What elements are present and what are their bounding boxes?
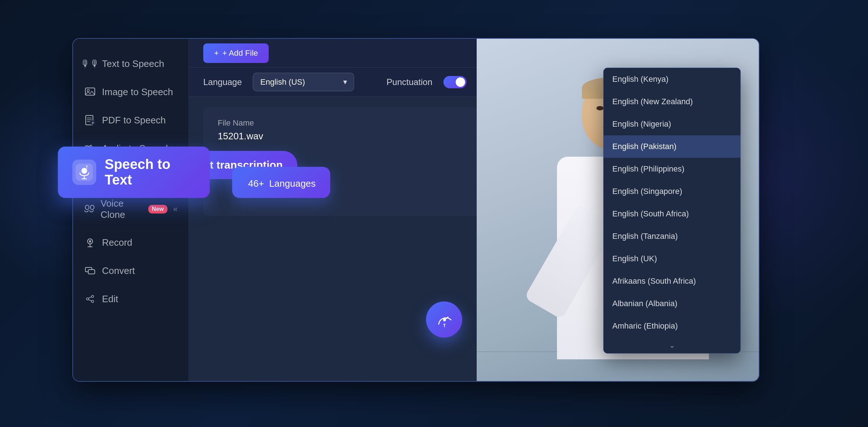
punctuation-toggle[interactable]	[443, 76, 467, 88]
convert-icon	[84, 265, 96, 277]
image-icon	[84, 86, 96, 98]
svg-rect-16	[90, 205, 94, 210]
languages-count: 46+	[248, 178, 264, 189]
sidebar-item-convert[interactable]: Convert	[73, 257, 188, 285]
punctuation-label: Punctuation	[387, 77, 433, 87]
sidebar-item-text-to-speech[interactable]: 🎙 Text to Speech	[73, 50, 188, 78]
languages-badge: 46+ Languages	[232, 167, 330, 198]
speech-to-text-floating-btn[interactable]: T Speech to Text	[58, 147, 210, 198]
voice-clone-icon	[84, 203, 95, 215]
speech-to-text-btn-label: Speech to Text	[105, 157, 195, 188]
collapse-icon: «	[173, 204, 178, 214]
svg-rect-23	[88, 270, 95, 274]
dropdown-item-en-pk[interactable]: English (Pakistan)	[604, 135, 740, 158]
svg-line-27	[89, 297, 92, 298]
dropdown-item-en-ng[interactable]: English (Nigeria)	[604, 113, 740, 135]
svg-rect-15	[85, 205, 89, 210]
svg-point-25	[92, 295, 94, 297]
svg-point-26	[92, 300, 94, 303]
pdf-icon: P	[84, 114, 96, 126]
svg-text:T: T	[86, 165, 88, 169]
sidebar-item-record[interactable]: Record	[73, 228, 188, 257]
sidebar-item-pdf-to-speech[interactable]: P PDF to Speech	[73, 106, 188, 134]
sidebar-label-convert: Convert	[102, 265, 135, 276]
dropdown-item-en-ke[interactable]: English (Kenya)	[604, 68, 740, 90]
sidebar-label-edit: Edit	[102, 293, 118, 305]
float-stt-badge: T	[426, 301, 462, 338]
dropdown-item-en-sg[interactable]: English (Singapore)	[604, 180, 740, 203]
edit-icon	[84, 293, 96, 305]
speech-to-text-icon: T	[72, 160, 96, 185]
app-window: 🎙 Text to Speech Image to Speech	[72, 38, 760, 382]
dropdown-item-en-ph[interactable]: English (Philippines)	[604, 158, 740, 180]
add-file-label: + Add File	[222, 48, 258, 58]
svg-point-18	[89, 240, 91, 242]
person-left-eye	[596, 106, 604, 110]
sidebar-item-edit[interactable]: Edit	[73, 285, 188, 313]
voice-clone-new-badge: New	[148, 205, 167, 214]
dropdown-item-am-et[interactable]: Amharic (Ethiopia)	[604, 315, 740, 337]
mic-icon: 🎙	[84, 58, 96, 70]
chevron-down-more-icon: ⌄	[669, 341, 675, 350]
dropdown-item-en-za[interactable]: English (South Africa)	[604, 203, 740, 225]
sidebar-label-record: Record	[102, 237, 132, 248]
sidebar: 🎙 Text to Speech Image to Speech	[73, 39, 189, 381]
dropdown-more[interactable]: ⌄	[604, 337, 740, 353]
language-select-wrapper: English (US) English (UK) ▼	[253, 73, 354, 91]
dropdown-item-en-uk[interactable]: English (UK)	[604, 248, 740, 270]
add-file-plus: +	[214, 48, 219, 58]
dropdown-item-en-nz[interactable]: English (New Zealand)	[604, 90, 740, 113]
sidebar-label-pdf-to-speech: PDF to Speech	[102, 115, 166, 126]
dropdown-item-sq-al[interactable]: Albanian (Albania)	[604, 292, 740, 315]
svg-text:P: P	[92, 121, 94, 125]
main-content: + + Add File Rem... Language English (US…	[189, 39, 759, 381]
svg-point-7	[87, 89, 89, 92]
sidebar-label-text-to-speech: Text to Speech	[102, 58, 164, 69]
sidebar-label-voice-clone: Voice Clone	[101, 198, 140, 220]
svg-rect-6	[85, 88, 95, 95]
dropdown-item-en-tz[interactable]: English (Tanzania)	[604, 225, 740, 248]
sidebar-label-image-to-speech: Image to Speech	[102, 86, 173, 98]
add-file-button[interactable]: + + Add File	[203, 43, 269, 63]
language-label: Language	[203, 77, 242, 87]
language-dropdown: English (Kenya) English (New Zealand) En…	[603, 68, 741, 354]
svg-line-28	[89, 300, 92, 301]
dropdown-item-af-za[interactable]: Afrikaans (South Africa)	[604, 270, 740, 292]
svg-text:T: T	[443, 323, 446, 328]
sidebar-item-image-to-speech[interactable]: Image to Speech	[73, 78, 188, 106]
language-select[interactable]: English (US) English (UK)	[253, 73, 354, 91]
svg-point-40	[443, 318, 446, 321]
svg-rect-2	[83, 168, 86, 174]
languages-label: Languages	[269, 178, 316, 189]
record-icon	[84, 236, 96, 249]
svg-point-24	[86, 298, 89, 300]
scene-container: T Speech to Text 🎙 Text to Speech	[36, 24, 832, 403]
